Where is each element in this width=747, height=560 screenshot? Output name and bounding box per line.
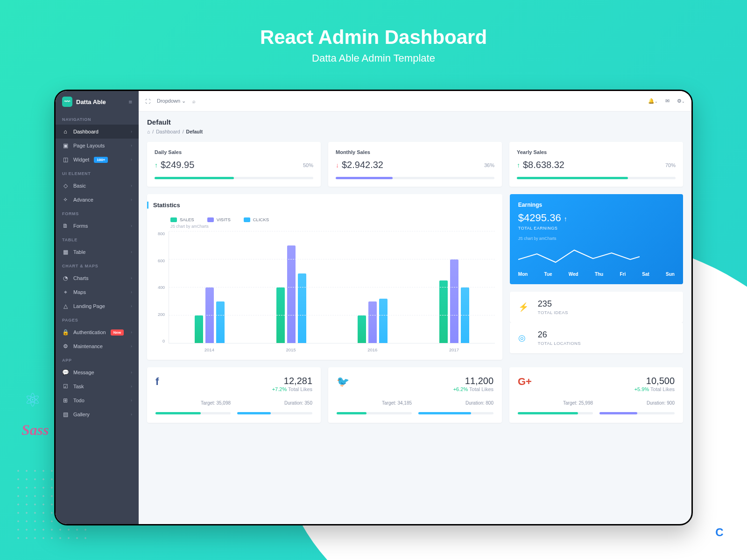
react-icon: ⚛ xyxy=(24,389,41,411)
nav-label: Dashboard xyxy=(73,129,99,134)
target-label: Target: 34,185 xyxy=(337,400,412,406)
sidebar-section-header: FORMS xyxy=(56,207,139,219)
bar-visits xyxy=(205,287,214,343)
sidebar-item-advance[interactable]: ✧ Advance › xyxy=(56,193,139,207)
kpi-card-yearly-sales: Yearly Sales ↑$8.638.32 70% xyxy=(509,142,683,187)
nav-label: Task xyxy=(73,384,84,389)
nav-label: Gallery xyxy=(73,412,90,417)
promo-title: React Admin Dashboard xyxy=(0,26,747,49)
nav-icon: 💬 xyxy=(62,369,69,376)
sidebar-item-message[interactable]: 💬 Message › xyxy=(56,365,139,379)
sidebar-item-forms[interactable]: 🗎 Forms › xyxy=(56,219,139,233)
sidebar-item-charts[interactable]: ◔ Charts › xyxy=(56,271,139,285)
social-card-fb: f 12,281 +7.2% Total Likes Target: 35,09… xyxy=(147,367,321,423)
sidebar-section-header: PAGES xyxy=(56,313,139,325)
mail-icon[interactable]: ✉ xyxy=(665,98,669,104)
earnings-amount: $4295.36 xyxy=(518,212,561,224)
promo-subtitle: Datta Able Admin Template xyxy=(0,52,747,64)
sidebar-item-table[interactable]: ▦ Table › xyxy=(56,245,139,259)
earnings-title: Earnings xyxy=(518,202,675,208)
nav-label: Landing Page xyxy=(73,303,105,309)
chart-plot xyxy=(169,231,495,343)
page-title: Default xyxy=(147,118,683,126)
legend-sales: SALES xyxy=(170,217,194,222)
duration-label: Duration: 900 xyxy=(599,400,675,406)
sidebar-item-widget[interactable]: ◫ Widget 100+ › xyxy=(56,153,139,167)
kpi-value: $8.638.32 xyxy=(523,160,564,170)
social-sub: +7.2% Total Likes xyxy=(272,386,312,392)
nav-label: Message xyxy=(73,370,94,375)
bar-sales xyxy=(276,287,285,343)
chevron-right-icon: › xyxy=(131,143,132,148)
bell-icon[interactable]: 🔔⌄ xyxy=(648,98,658,104)
sidebar-item-landing-page[interactable]: △ Landing Page › xyxy=(56,299,139,313)
nav-icon: ◇ xyxy=(62,182,69,189)
brand[interactable]: 〰 Datta Able ≡ xyxy=(56,91,139,112)
crumb-dashboard[interactable]: Dashboard xyxy=(156,129,180,134)
nav-badge: 100+ xyxy=(94,157,108,163)
sidebar-item-page-layouts[interactable]: ▣ Page Layouts › xyxy=(56,139,139,153)
fb-icon: f xyxy=(155,376,159,388)
duration-progress xyxy=(599,412,675,414)
chevron-right-icon: › xyxy=(131,344,132,349)
nav-icon: ▤ xyxy=(62,411,69,418)
nav-icon: ▦ xyxy=(62,249,69,255)
x-tick: 2014 xyxy=(169,343,250,352)
sidebar-toggle-icon[interactable]: ≡ xyxy=(128,98,132,105)
nav-label: Basic xyxy=(73,183,86,189)
sidebar-item-task[interactable]: ☑ Task › xyxy=(56,379,139,393)
app-window: 〰 Datta Able ≡ NAVIGATION⌂ Dashboard ›▣ … xyxy=(54,90,693,525)
kpi-card-daily-sales: Daily Sales ↑$249.95 50% xyxy=(147,142,321,187)
sidebar-item-dashboard[interactable]: ⌂ Dashboard › xyxy=(56,125,139,139)
content: Default ⌂ / Dashboard / Default Daily Sa… xyxy=(139,112,691,524)
chevron-right-icon: › xyxy=(131,398,132,403)
chevron-right-icon: › xyxy=(131,197,132,202)
bar-clicks xyxy=(379,299,388,343)
day-label: Sun xyxy=(666,272,675,277)
day-label: Tue xyxy=(544,272,552,277)
duration-label: Duration: 800 xyxy=(418,400,493,406)
nav-icon: △ xyxy=(62,303,69,309)
y-axis: 8006004002000 xyxy=(155,231,169,343)
mini-card-total-locations: ◎ 26 TOTAL LOCATIONS xyxy=(510,322,683,353)
crumb-current: Default xyxy=(186,129,203,134)
duration-label: Duration: 350 xyxy=(237,400,312,406)
chevron-right-icon: › xyxy=(131,370,132,375)
nav-icon: 🔒 xyxy=(62,329,69,336)
settings-icon[interactable]: ⚙⌄ xyxy=(677,98,685,104)
chevron-right-icon: › xyxy=(131,412,132,417)
kpi-label: Yearly Sales xyxy=(517,149,676,155)
day-label: Mon xyxy=(518,272,528,277)
sidebar-item-gallery[interactable]: ▤ Gallery › xyxy=(56,407,139,421)
bar-sales xyxy=(195,315,203,343)
social-sub: +6.2% Total Likes xyxy=(453,386,493,392)
social-card-gp: G+ 10,500 +5.9% Total Likes Target: 25,9… xyxy=(509,367,683,423)
fullscreen-icon[interactable]: ⛶ xyxy=(145,98,150,104)
sidebar-item-todo[interactable]: ⊞ Todo › xyxy=(56,393,139,407)
day-label: Thu xyxy=(595,272,603,277)
nav-label: Charts xyxy=(73,275,88,281)
legend-visits: VISITS xyxy=(207,217,231,222)
sass-icon: Sass xyxy=(21,421,49,439)
day-label: Wed xyxy=(569,272,578,277)
brand-label: Datta Able xyxy=(76,98,106,105)
sidebar-item-authentication[interactable]: 🔒 Authentication New › xyxy=(56,325,139,339)
earnings-sparkline xyxy=(518,245,640,266)
nav-icon: ⌂ xyxy=(62,128,69,135)
x-tick: 2016 xyxy=(331,343,413,352)
search-icon[interactable]: ⌕ xyxy=(192,98,196,104)
sidebar-item-maintenance[interactable]: ⚙ Maintenance › xyxy=(56,339,139,353)
sidebar-item-maps[interactable]: ⌖ Maps › xyxy=(56,285,139,299)
kpi-pct: 70% xyxy=(665,162,676,168)
chevron-right-icon: › xyxy=(131,276,132,280)
social-value: 12,281 xyxy=(272,376,312,386)
mini-value: 26 xyxy=(538,330,581,340)
bar-visits xyxy=(368,301,377,343)
sidebar-item-basic[interactable]: ◇ Basic › xyxy=(56,179,139,193)
x-tick: 2017 xyxy=(413,343,495,352)
mini-icon: ⚡ xyxy=(518,302,530,312)
bar-visits xyxy=(287,245,296,343)
bar-group-2016 xyxy=(332,231,413,343)
home-icon[interactable]: ⌂ xyxy=(147,129,150,134)
dropdown-trigger[interactable]: Dropdown ⌄ xyxy=(157,98,186,104)
